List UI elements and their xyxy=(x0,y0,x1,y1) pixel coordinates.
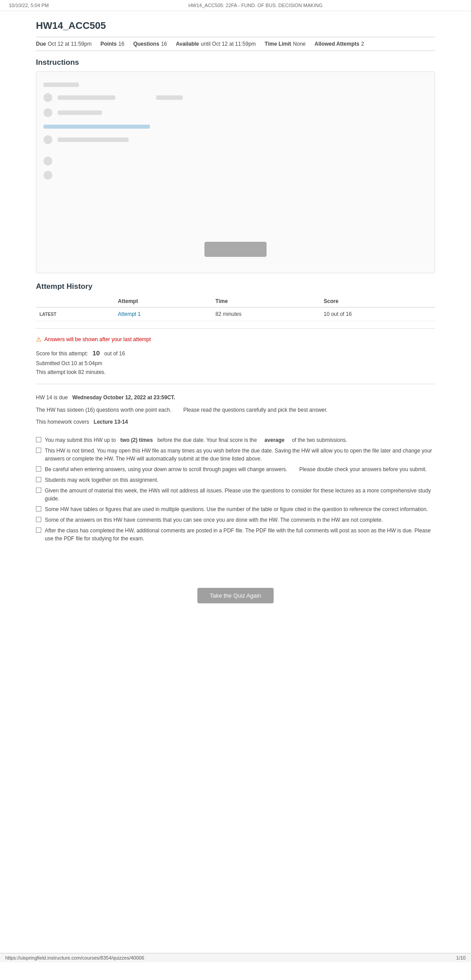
points-value: 16 xyxy=(118,41,124,47)
available-value: until Oct 12 at 11:59pm xyxy=(201,41,256,47)
col-header-attempt: Attempt xyxy=(114,295,212,307)
allowed-label: Allowed Attempts xyxy=(314,41,359,47)
latest-badge: LATEST xyxy=(36,307,114,321)
col-header-score: Score xyxy=(320,295,435,307)
hw-questions-text: The HW has sixteen (16) questions worth … xyxy=(36,407,172,413)
checkbox-2[interactable] xyxy=(36,448,41,453)
questions-value: 16 xyxy=(161,41,167,47)
take-quiz-again-button[interactable]: Take the Quiz Again xyxy=(197,588,274,603)
hw-due-date: Wednesday October 12, 2022 at 23:59CT. xyxy=(72,394,175,401)
col-header-empty xyxy=(36,295,114,307)
questions-label: Questions xyxy=(133,41,159,47)
checkbox-1-text: You may submit this HW up to two (2) tim… xyxy=(45,436,347,444)
instructions-title: Instructions xyxy=(36,58,435,67)
warning-icon: ⚠ xyxy=(36,336,42,343)
list-item: Some of the answers on this HW have comm… xyxy=(36,516,435,524)
top-bar-time: 10/10/22, 5:04 PM xyxy=(9,3,49,8)
hw-info-section: HW 14 is due Wednesday October 12, 2022 … xyxy=(36,393,435,427)
list-item: You may submit this HW up to two (2) tim… xyxy=(36,436,435,444)
take-quiz-again-container: Take the Quiz Again xyxy=(36,581,435,610)
meta-available: Available until Oct 12 at 11:59pm xyxy=(176,41,255,47)
checkbox-3[interactable] xyxy=(36,466,41,472)
meta-row: Due Oct 12 at 11:59pm Points 16 Question… xyxy=(36,37,435,51)
col-header-time: Time xyxy=(212,295,320,307)
score-label: Score for this attempt: xyxy=(36,350,88,357)
duration-line: This attempt took 82 minutes. xyxy=(36,368,435,377)
submit-quiz-button[interactable] xyxy=(204,242,267,257)
checkbox-6[interactable] xyxy=(36,506,41,512)
hw-covers-prefix: This homework covers xyxy=(36,419,89,425)
submit-btn-container xyxy=(43,242,428,257)
meta-due: Due Oct 12 at 11:59pm xyxy=(36,41,91,47)
instructions-area xyxy=(36,71,435,273)
table-row: LATEST Attempt 1 82 minutes 10 out of 16 xyxy=(36,307,435,321)
available-label: Available xyxy=(176,41,199,47)
answers-note-text: Answers will be shown after your last at… xyxy=(44,336,151,342)
divider-1 xyxy=(36,328,435,329)
hw-read-text: Please read the questions carefully and … xyxy=(183,407,328,413)
score-line: Score for this attempt: 10 out of 16 xyxy=(36,347,435,359)
due-value: Oct 12 at 11:59pm xyxy=(48,41,92,47)
hw-covers-line: This homework covers Lecture 13-14 xyxy=(36,417,435,427)
page-title: HW14_ACC505 xyxy=(36,20,435,31)
list-item: Students may work together on this assig… xyxy=(36,476,435,484)
checkbox-7-text: Some of the answers on this HW have comm… xyxy=(45,516,383,524)
score-details: Score for this attempt: 10 out of 16 Sub… xyxy=(36,347,435,377)
attempt-table-header: Attempt Time Score xyxy=(36,295,435,307)
checkbox-7[interactable] xyxy=(36,517,41,522)
hw-questions-line: The HW has sixteen (16) questions worth … xyxy=(36,405,435,415)
meta-time-limit: Time Limit None xyxy=(265,41,306,47)
hw-topic: Lecture 13-14 xyxy=(94,419,128,425)
time-limit-label: Time Limit xyxy=(265,41,291,47)
attempt-history-section: Attempt History Attempt Time Score LATES… xyxy=(36,282,435,321)
score-value: 10 xyxy=(92,349,100,357)
answers-note: ⚠ Answers will be shown after your last … xyxy=(36,336,435,343)
hw-due-prefix: HW 14 is due xyxy=(36,394,68,401)
checkbox-5[interactable] xyxy=(36,488,41,493)
due-label: Due xyxy=(36,41,46,47)
blurred-instructions xyxy=(43,79,428,233)
checkbox-3-text: Be careful when entering answers, using … xyxy=(45,465,427,473)
checkbox-4-text: Students may work together on this assig… xyxy=(45,476,158,484)
score-out-of: out of 16 xyxy=(104,350,125,357)
checkbox-8[interactable] xyxy=(36,527,41,533)
checkbox-2-text: This HW is not timed. You may open this … xyxy=(45,447,435,463)
attempt-history-table: Attempt Time Score LATEST Attempt 1 82 m… xyxy=(36,295,435,321)
top-bar-course: HW14_ACC505: 22FA - FUND. OF BUS. DECISI… xyxy=(188,3,323,8)
list-item: This HW is not timed. You may open this … xyxy=(36,447,435,463)
list-item: After the class has completed the HW, ad… xyxy=(36,527,435,543)
attempt-history-title: Attempt History xyxy=(36,282,435,291)
allowed-value: 2 xyxy=(361,41,364,47)
list-item: Be careful when entering answers, using … xyxy=(36,465,435,473)
meta-questions: Questions 16 xyxy=(133,41,167,47)
meta-allowed-attempts: Allowed Attempts 2 xyxy=(314,41,364,47)
main-content: HW14_ACC505 Due Oct 12 at 11:59pm Points… xyxy=(23,11,448,717)
list-item: Some HW have tables or figures that are … xyxy=(36,505,435,513)
checkbox-8-text: After the class has completed the HW, ad… xyxy=(45,527,435,543)
attempt-time: 82 minutes xyxy=(212,307,320,321)
attempt-link-cell[interactable]: Attempt 1 xyxy=(114,307,212,321)
checkbox-4[interactable] xyxy=(36,477,41,482)
meta-points: Points 16 xyxy=(100,41,124,47)
checkbox-1[interactable] xyxy=(36,437,41,442)
submitted-line: Submitted Oct 10 at 5:04pm xyxy=(36,359,435,368)
top-bar: 10/10/22, 5:04 PM HW14_ACC505: 22FA - FU… xyxy=(0,0,471,11)
attempt-1-link[interactable]: Attempt 1 xyxy=(118,311,141,317)
list-item: Given the amount of material this week, … xyxy=(36,487,435,503)
divider-2 xyxy=(36,384,435,384)
checkbox-list: You may submit this HW up to two (2) tim… xyxy=(36,436,435,543)
time-limit-value: None xyxy=(293,41,306,47)
hw-due-line: HW 14 is due Wednesday October 12, 2022 … xyxy=(36,393,435,403)
checkbox-6-text: Some HW have tables or figures that are … xyxy=(45,505,428,513)
checkbox-5-text: Given the amount of material this week, … xyxy=(45,487,435,503)
attempt-score: 10 out of 16 xyxy=(320,307,435,321)
points-label: Points xyxy=(100,41,117,47)
